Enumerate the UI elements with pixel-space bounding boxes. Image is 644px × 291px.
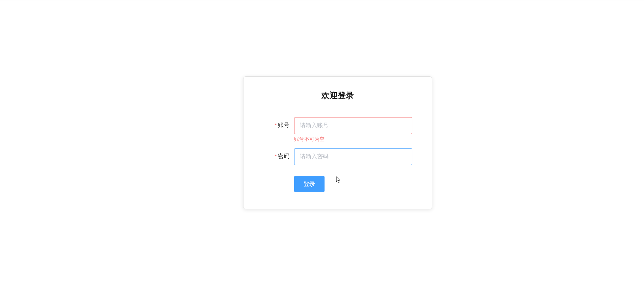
password-row: *密码 bbox=[257, 148, 418, 165]
password-label: 密码 bbox=[278, 153, 289, 159]
required-star-icon: * bbox=[275, 153, 277, 159]
login-button[interactable]: 登录 bbox=[294, 176, 325, 192]
login-card: 欢迎登录 *账号 账号不可为空 *密码 登录 bbox=[243, 76, 432, 209]
password-input[interactable] bbox=[294, 148, 412, 165]
login-title: 欢迎登录 bbox=[257, 90, 418, 101]
button-row: 登录 bbox=[257, 176, 418, 192]
account-error-message: 账号不可为空 bbox=[294, 136, 412, 142]
account-label-col: *账号 bbox=[257, 117, 294, 129]
account-row: *账号 账号不可为空 bbox=[257, 117, 418, 142]
password-input-col bbox=[294, 148, 412, 165]
account-input[interactable] bbox=[294, 117, 412, 134]
account-input-col: 账号不可为空 bbox=[294, 117, 412, 142]
required-star-icon: * bbox=[275, 122, 277, 128]
password-label-col: *密码 bbox=[257, 148, 294, 160]
account-label: 账号 bbox=[278, 122, 289, 128]
